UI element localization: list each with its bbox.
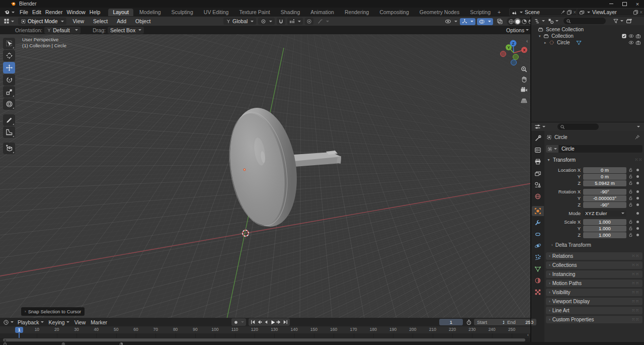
- properties-editor-icon[interactable]: [534, 123, 541, 130]
- new-scene-icon[interactable]: [567, 10, 572, 15]
- region-toggle-arrow[interactable]: ‹: [527, 332, 529, 337]
- prev-keyframe-button[interactable]: [256, 319, 263, 325]
- stopwatch-icon[interactable]: [466, 319, 472, 325]
- outliner-item-label[interactable]: Collection: [551, 33, 574, 39]
- outliner-item-label[interactable]: Scene Collection: [546, 27, 584, 32]
- expander-icon[interactable]: ▸: [544, 41, 549, 45]
- timeline-menu-marker[interactable]: Marker: [91, 319, 107, 325]
- outliner-item-label[interactable]: Circle: [557, 40, 570, 45]
- orientation-dropdown[interactable]: Global: [223, 18, 256, 25]
- properties-tab-particles[interactable]: [532, 252, 544, 262]
- viewport-canvas[interactable]: [0, 34, 531, 318]
- properties-tab-constraints[interactable]: [532, 229, 544, 239]
- animate-dot[interactable]: [636, 190, 639, 193]
- value-field[interactable]: -90°: [583, 202, 626, 208]
- viewport-ortho-icon[interactable]: [520, 97, 528, 104]
- panel-relations[interactable]: ›Relations⁙⁙: [546, 252, 642, 260]
- tool-move[interactable]: [3, 62, 15, 74]
- scene-selector[interactable]: Scene ×: [509, 8, 579, 16]
- menu-edit[interactable]: Edit: [30, 9, 43, 15]
- lock-icon[interactable]: [628, 189, 633, 194]
- viewport-pan-icon[interactable]: [520, 76, 528, 83]
- play-button[interactable]: [269, 319, 276, 325]
- next-keyframe-button[interactable]: [276, 319, 282, 325]
- delta-transform-panel[interactable]: › Delta Transform: [551, 242, 591, 248]
- menu-help[interactable]: Help: [88, 9, 103, 15]
- timeline-keyframe-band[interactable]: [0, 333, 531, 338]
- tool-rotate[interactable]: [3, 74, 15, 86]
- options-dropdown[interactable]: Options: [506, 27, 529, 33]
- timeline-ruler[interactable]: 1020304050607080901001101201301401501601…: [0, 326, 531, 333]
- menu-window[interactable]: Window: [64, 9, 87, 15]
- tool-transform[interactable]: [3, 98, 15, 110]
- lock-icon[interactable]: [628, 174, 633, 179]
- mode-dropdown[interactable]: Object Mode: [18, 18, 66, 25]
- tab-texture-paint[interactable]: Texture Paint: [234, 9, 274, 16]
- xray-toggle-icon[interactable]: [497, 18, 503, 25]
- viewport-menu-add[interactable]: Add: [114, 18, 129, 24]
- new-viewlayer-icon[interactable]: [633, 10, 638, 15]
- blender-menu-icon[interactable]: [4, 9, 10, 15]
- falloff-dropdown[interactable]: [315, 18, 331, 25]
- shading-material-button[interactable]: [521, 18, 527, 25]
- properties-tab-object[interactable]: [532, 206, 544, 216]
- camera-icon[interactable]: [635, 33, 641, 39]
- current-frame-field[interactable]: 1: [439, 319, 463, 325]
- prev-frame-button[interactable]: [263, 319, 269, 325]
- orientation-setting-dropdown[interactable]: Default: [44, 27, 80, 34]
- pin-icon[interactable]: [560, 10, 566, 15]
- viewport-zoom-icon[interactable]: [520, 65, 528, 73]
- timeline-scrollbar-thumb[interactable]: [3, 338, 525, 341]
- filter-icon[interactable]: [613, 18, 619, 24]
- snap-toggle[interactable]: [277, 18, 285, 25]
- outliner-row-scene-collection[interactable]: Scene Collection: [531, 26, 644, 33]
- tool-scale[interactable]: [3, 86, 15, 98]
- viewport-menu-select[interactable]: Select: [91, 18, 110, 24]
- jump-to-end-button[interactable]: [282, 319, 289, 325]
- panel-drag-dots[interactable]: ⁙⁙: [635, 158, 642, 162]
- tab-shading[interactable]: Shading: [276, 9, 305, 16]
- checkbox-icon[interactable]: [621, 33, 627, 39]
- clock-icon[interactable]: [3, 319, 9, 325]
- properties-tab-world[interactable]: [532, 191, 544, 201]
- panel-line-art[interactable]: ›Line Art⁙⁙: [546, 307, 642, 314]
- transform-panel-header[interactable]: ▼ Transform ⁙⁙: [547, 157, 642, 163]
- maximize-button[interactable]: [618, 0, 631, 8]
- add-workspace-button[interactable]: +: [495, 9, 503, 16]
- viewport-menu-object[interactable]: Object: [133, 18, 153, 24]
- snap-settings-dropdown[interactable]: [287, 18, 303, 25]
- auto-keying-toggle[interactable]: [231, 318, 246, 326]
- proportional-editing-toggle[interactable]: [305, 18, 313, 25]
- new-collection-icon[interactable]: [626, 18, 632, 24]
- properties-tab-texture[interactable]: [532, 287, 544, 297]
- mode-dropdown-field[interactable]: XYZ Euler: [583, 211, 626, 217]
- lock-icon[interactable]: [628, 168, 633, 172]
- panel-viewport-display[interactable]: ›Viewport Display⁙⁙: [546, 298, 642, 305]
- outliner-filter-id-icon[interactable]: [548, 18, 554, 24]
- minimize-button[interactable]: [605, 0, 618, 8]
- close-button[interactable]: ×: [631, 0, 644, 8]
- timeline-menu-playback[interactable]: Playback: [18, 319, 44, 325]
- properties-search-input[interactable]: [557, 123, 599, 130]
- value-field[interactable]: 0 m: [583, 167, 626, 173]
- properties-tab-render[interactable]: [532, 145, 544, 155]
- tab-sculpting[interactable]: Sculpting: [167, 9, 198, 16]
- properties-tab-view-layer[interactable]: [532, 168, 544, 178]
- sidebar-toggle-arrow[interactable]: ‹: [526, 38, 528, 44]
- properties-tab-modifiers[interactable]: [532, 218, 544, 228]
- panel-collections[interactable]: ›Collections⁙⁙: [546, 261, 642, 269]
- tab-geometry-nodes[interactable]: Geometry Nodes: [415, 9, 464, 16]
- frame-start-field[interactable]: Start 1: [474, 319, 508, 325]
- tab-animation[interactable]: Animation: [306, 9, 339, 16]
- viewport-menu-view[interactable]: View: [70, 18, 87, 24]
- outliner-display-mode-icon[interactable]: [534, 18, 540, 24]
- tab-layout[interactable]: Layout: [108, 9, 133, 16]
- panel-custom-properties[interactable]: ›Custom Properties⁙⁙: [546, 316, 642, 323]
- panel-instancing[interactable]: ›Instancing⁙⁙: [546, 270, 642, 278]
- animate-dot[interactable]: [636, 175, 639, 178]
- properties-tab-physics[interactable]: [532, 241, 544, 251]
- outliner-row-circle[interactable]: ▸Circle: [531, 39, 644, 46]
- overlays-toggle[interactable]: [477, 18, 493, 25]
- value-field[interactable]: 1.000: [583, 226, 626, 232]
- show-object-types-icon[interactable]: [445, 18, 451, 25]
